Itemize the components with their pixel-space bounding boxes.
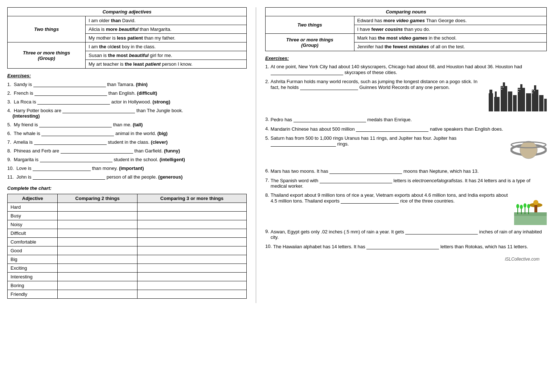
right-ex-6-text: Mars has two moons. It has moons than Ne… (271, 168, 479, 174)
difficult-comparing3[interactable] (137, 229, 246, 238)
svg-rect-12 (534, 85, 536, 91)
exciting-comparing3[interactable] (137, 264, 246, 273)
comfortable-comparing3[interactable] (137, 238, 246, 246)
adjective-big: Big (8, 255, 58, 264)
svg-rect-19 (520, 89, 520, 90)
ex-4-blank[interactable] (62, 107, 135, 113)
svg-point-38 (524, 203, 526, 208)
chart-row-comfortable: Comfortable (8, 238, 247, 246)
chart-row-busy: Busy (8, 212, 247, 220)
interesting-comparing3[interactable] (137, 273, 246, 281)
right-ex-8-num: 8. (265, 192, 269, 225)
right-ex-3: 3. Pedro has medals than Enrique. (265, 117, 547, 122)
svg-point-37 (520, 205, 523, 209)
right-ex-10-blank[interactable] (366, 244, 439, 249)
three-things-left: Three or more things(Group) (8, 42, 86, 69)
right-ex-2-num: 2. (265, 79, 269, 113)
right-ex-1-blank[interactable] (271, 69, 343, 75)
difficult-comparing2[interactable] (58, 229, 137, 238)
svg-rect-6 (508, 91, 512, 111)
ex-1-blank[interactable] (33, 81, 106, 87)
ex-9-blank[interactable] (40, 156, 112, 162)
hard-comparing3[interactable] (137, 203, 246, 212)
three-things-right: Three or more things(Group) (266, 34, 354, 51)
table1-row2-cell2: Susan is the most beautiful girl for me. (86, 51, 247, 60)
comparing-nouns-table: Comparing nouns Two things Edward has mo… (265, 7, 547, 51)
ex-3-num: 3. (7, 99, 12, 105)
interesting-comparing2[interactable] (58, 273, 137, 281)
ex-3: 3. La Roca is actor in Hollywood. (stron… (7, 99, 247, 105)
right-ex-9-blank[interactable] (405, 229, 478, 234)
ex-2-num: 2. (7, 90, 12, 96)
svg-rect-28 (514, 212, 547, 216)
comparing-adjectives-table: Comparing adjectives Two things I am old… (7, 7, 247, 69)
table1-row2-cell3: My art teacher is the least patient pers… (86, 60, 247, 69)
left-column: Comparing adjectives Two things I am old… (7, 7, 247, 303)
adjective-comfortable: Comfortable (8, 238, 58, 246)
right-ex-3-blank[interactable] (294, 117, 366, 122)
adjective-chart: Adjective Comparing 2 things Comparing 3… (7, 194, 247, 299)
friendly-comparing2[interactable] (58, 290, 137, 299)
right-ex-5-blank[interactable] (271, 141, 336, 147)
noisy-comparing2[interactable] (58, 220, 137, 229)
ex-3-blank[interactable] (37, 99, 110, 105)
right-ex-9-num: 9. (265, 229, 269, 240)
svg-rect-16 (503, 87, 504, 87)
right-ex-2-blank[interactable] (300, 84, 358, 90)
rice-image (514, 192, 547, 225)
svg-rect-30 (534, 205, 537, 212)
exciting-comparing2[interactable] (58, 264, 137, 273)
right-ex-8-blank[interactable] (341, 198, 399, 204)
right-ex-10-text: The Hawaiian alphabet has 14 letters. It… (273, 244, 528, 249)
ex-11-blank[interactable] (33, 174, 105, 180)
right-ex-2-text: Ashrita Furman holds many world records,… (271, 79, 547, 113)
ex-5-num: 5. (7, 122, 12, 127)
boring-comparing2[interactable] (58, 281, 137, 290)
comfortable-comparing2[interactable] (58, 238, 137, 246)
adjective-hard: Hard (8, 203, 58, 212)
friendly-comparing3[interactable] (137, 290, 246, 299)
svg-rect-14 (544, 99, 547, 111)
ex-6-num: 6. (7, 131, 12, 136)
chart-row-noisy: Noisy (8, 220, 247, 229)
right-ex-3-num: 3. (265, 117, 269, 122)
ex-1-num: 1. (7, 82, 12, 87)
busy-comparing3[interactable] (137, 212, 246, 220)
ex-8-blank[interactable] (61, 148, 133, 154)
table1-header: Comparing adjectives (8, 8, 247, 16)
table2-header: Comparing nouns (266, 8, 547, 16)
right-ex-8-text: Thailand export about 9 million tons of … (271, 192, 547, 225)
chart-header-1: Adjective (8, 194, 58, 203)
right-ex-4: 4. Mandarin Chinese has about 500 millio… (265, 126, 547, 132)
footer: iSLCollective.com (265, 253, 547, 265)
hard-comparing2[interactable] (58, 203, 137, 212)
svg-rect-0 (489, 93, 493, 111)
boring-comparing3[interactable] (137, 281, 246, 290)
chart-row-exciting: Exciting (8, 264, 247, 273)
right-ex-7-num: 7. (265, 177, 269, 189)
svg-rect-3 (495, 91, 497, 99)
ex-7-blank[interactable] (34, 139, 107, 145)
right-ex-4-blank[interactable] (356, 126, 428, 132)
right-ex-6-blank[interactable] (329, 168, 402, 174)
noisy-comparing3[interactable] (137, 220, 246, 229)
svg-rect-17 (501, 89, 502, 90)
good-comparing3[interactable] (137, 246, 246, 255)
right-ex-7-blank[interactable] (320, 177, 392, 183)
right-ex-4-text: Mandarin Chinese has about 500 million n… (271, 126, 503, 132)
ex-6-blank[interactable] (41, 130, 114, 136)
right-ex-7: 7. The Spanish word with letters is elec… (265, 177, 547, 189)
column-divider (256, 7, 256, 303)
chart-row-friendly: Friendly (8, 290, 247, 299)
ex-10-blank[interactable] (33, 165, 91, 171)
busy-comparing2[interactable] (58, 212, 137, 220)
svg-rect-22 (534, 90, 535, 91)
right-ex-10: 10. The Hawaiian alphabet has 14 letters… (265, 244, 547, 249)
big-comparing2[interactable] (58, 255, 137, 264)
good-comparing2[interactable] (58, 246, 137, 255)
ex-5-blank[interactable] (39, 122, 112, 127)
ex-11: 11. John is person of all the people. (g… (7, 174, 247, 180)
ex-2-blank[interactable] (34, 90, 107, 96)
big-comparing3[interactable] (137, 255, 246, 264)
ex-11-num: 11. (7, 174, 15, 180)
